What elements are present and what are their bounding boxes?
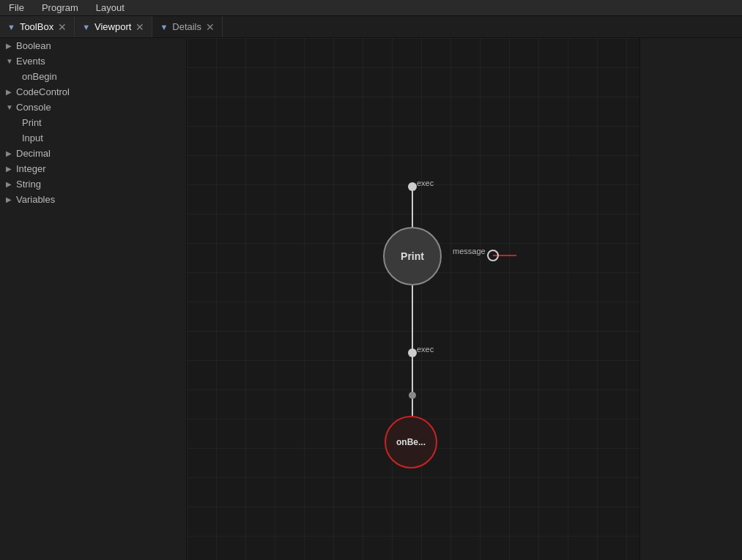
pin-label-message: message <box>453 247 486 255</box>
sidebar-item-input[interactable]: Input <box>0 130 186 146</box>
arrow-decimal: ▶ <box>6 149 16 157</box>
svg-point-7 <box>488 250 498 261</box>
svg-point-8 <box>409 392 416 399</box>
tab-details-label: Details <box>172 21 201 32</box>
menu-layout[interactable]: Layout <box>87 1 133 15</box>
node-print-label: Print <box>401 250 424 262</box>
sidebar-label-events: Events <box>16 56 180 67</box>
sidebar-item-variables[interactable]: ▶ Variables <box>0 192 186 207</box>
sidebar-label-codeControl: CodeControl <box>16 86 180 97</box>
svg-point-6 <box>408 348 417 357</box>
sidebar-item-string[interactable]: ▶ String <box>0 176 186 192</box>
sidebar-item-console[interactable]: ▼ Console <box>0 100 186 115</box>
node-onbegin[interactable]: onBe... <box>385 416 437 468</box>
sidebar-label-console: Console <box>16 102 180 113</box>
arrow-boolean: ▶ <box>6 42 16 50</box>
menu-file[interactable]: File <box>0 1 33 15</box>
tabbar: ▼ ToolBox ✕ ▼ Viewport ✕ ▼ Details ✕ <box>0 16 742 38</box>
tab-toolbox[interactable]: ▼ ToolBox ✕ <box>0 16 75 37</box>
tab-viewport-label: Viewport <box>94 21 131 32</box>
arrow-events: ▼ <box>6 57 16 65</box>
viewport-canvas[interactable]: exec Print message exec onBe... <box>187 38 639 560</box>
sidebar-label-string: String <box>16 179 180 190</box>
svg-point-5 <box>408 182 417 191</box>
node-print[interactable]: Print <box>383 227 442 285</box>
sidebar-label-decimal: Decimal <box>16 148 180 159</box>
arrow-string: ▶ <box>6 180 16 188</box>
menu-program[interactable]: Program <box>33 1 87 15</box>
sidebar-item-integer[interactable]: ▶ Integer <box>0 161 186 176</box>
arrow-integer: ▶ <box>6 165 16 173</box>
sidebar-label-input: Input <box>22 132 180 143</box>
sidebar-label-print: Print <box>22 117 180 128</box>
sidebar-label-variables: Variables <box>16 194 180 205</box>
tab-details-close[interactable]: ✕ <box>206 22 215 32</box>
tab-details-icon: ▼ <box>160 23 168 31</box>
tab-viewport-close[interactable]: ✕ <box>136 22 144 32</box>
canvas-area: exec Print message exec onBe... <box>187 38 639 560</box>
arrow-console: ▼ <box>6 103 16 111</box>
sidebar-item-onBegin[interactable]: onBegin <box>0 69 186 84</box>
sidebar-item-print[interactable]: Print <box>0 115 186 130</box>
details-panel <box>639 38 742 560</box>
tab-toolbox-icon: ▼ <box>7 23 15 31</box>
tab-viewport-icon: ▼ <box>82 23 90 31</box>
sidebar-item-decimal[interactable]: ▶ Decimal <box>0 146 186 161</box>
toolbox-sidebar: ▶ Boolean ▼ Events onBegin ▶ CodeControl… <box>0 38 187 560</box>
sidebar-item-events[interactable]: ▼ Events <box>0 53 186 69</box>
main-layout: ▶ Boolean ▼ Events onBegin ▶ CodeControl… <box>0 38 742 560</box>
connections-svg <box>187 38 639 560</box>
sidebar-label-integer: Integer <box>16 163 180 174</box>
tab-toolbox-close[interactable]: ✕ <box>58 22 67 32</box>
tab-details[interactable]: ▼ Details ✕ <box>152 16 223 37</box>
menubar: File Program Layout <box>0 0 742 16</box>
arrow-codeControl: ▶ <box>6 88 16 96</box>
tab-viewport[interactable]: ▼ Viewport ✕ <box>75 16 152 37</box>
sidebar-label-boolean: Boolean <box>16 40 180 51</box>
sidebar-label-onBegin: onBegin <box>22 71 180 82</box>
arrow-variables: ▶ <box>6 195 16 204</box>
pin-label-exec-bottom: exec <box>417 345 434 354</box>
sidebar-item-codeControl[interactable]: ▶ CodeControl <box>0 84 186 100</box>
sidebar-item-boolean[interactable]: ▶ Boolean <box>0 38 186 53</box>
node-onbegin-label: onBe... <box>396 437 426 447</box>
pin-label-exec-top: exec <box>417 179 434 187</box>
tab-toolbox-label: ToolBox <box>20 21 53 32</box>
